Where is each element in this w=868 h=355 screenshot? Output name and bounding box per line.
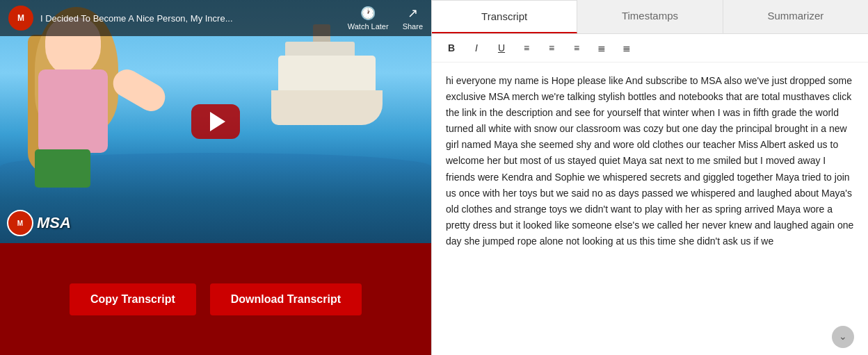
video-player[interactable]: M MSA M I Decided To Become A Nice Perso… bbox=[0, 0, 431, 243]
left-panel: M MSA M I Decided To Become A Nice Perso… bbox=[0, 0, 431, 355]
underline-icon: U bbox=[498, 42, 505, 53]
align-center-button[interactable]: ≡ bbox=[540, 38, 563, 58]
channel-avatar: M bbox=[8, 6, 33, 31]
play-triangle-icon bbox=[210, 112, 225, 131]
share-icon: ↗ bbox=[408, 6, 418, 21]
align-center-icon: ≡ bbox=[549, 42, 554, 53]
right-panel: Transcript Timestamps Summarizer B I U ≡… bbox=[431, 0, 868, 355]
align-right-icon: ≡ bbox=[574, 42, 579, 53]
list-ordered-button[interactable]: ≣ bbox=[616, 38, 638, 58]
scroll-to-bottom-button[interactable]: ⌄ bbox=[832, 326, 854, 348]
tab-transcript[interactable]: Transcript bbox=[432, 0, 577, 33]
share-label: Share bbox=[403, 22, 423, 31]
clock-icon: 🕐 bbox=[360, 6, 376, 21]
tabs-row: Transcript Timestamps Summarizer bbox=[432, 0, 868, 34]
italic-button[interactable]: I bbox=[465, 38, 488, 58]
tab-summarizer[interactable]: Summarizer bbox=[723, 0, 868, 33]
watch-later-label: Watch Later bbox=[348, 22, 389, 31]
download-transcript-button[interactable]: Download Transcript bbox=[210, 283, 362, 315]
chevron-down-icon: ⌄ bbox=[839, 329, 847, 345]
play-button[interactable] bbox=[191, 104, 240, 139]
share-button[interactable]: ↗ Share bbox=[403, 6, 423, 31]
watch-later-button[interactable]: 🕐 Watch Later bbox=[348, 6, 389, 31]
align-right-button[interactable]: ≡ bbox=[565, 38, 588, 58]
video-actions: 🕐 Watch Later ↗ Share bbox=[348, 6, 423, 31]
align-left-icon: ≡ bbox=[524, 42, 529, 53]
bottom-buttons: Copy Transcript Download Transcript bbox=[0, 243, 431, 355]
list-ordered-icon: ≣ bbox=[622, 42, 631, 53]
align-left-button[interactable]: ≡ bbox=[515, 38, 538, 58]
msa-logo-circle: M bbox=[7, 210, 33, 236]
transcript-content: hi everyone my name is Hope please like … bbox=[446, 75, 853, 247]
transcript-text-area[interactable]: hi everyone my name is Hope please like … bbox=[432, 63, 868, 355]
list-unordered-button[interactable]: ≣ bbox=[590, 38, 613, 58]
tab-timestamps[interactable]: Timestamps bbox=[577, 0, 723, 33]
editor-toolbar: B I U ≡ ≡ ≡ ≣ ≣ bbox=[432, 34, 868, 63]
underline-button[interactable]: U bbox=[490, 38, 513, 58]
list-unordered-icon: ≣ bbox=[597, 42, 606, 53]
video-title-bar: M I Decided To Become A Nice Person, My … bbox=[0, 0, 431, 36]
bold-button[interactable]: B bbox=[440, 38, 463, 58]
msa-logo-text: MSA bbox=[37, 214, 71, 232]
msa-logo: M MSA bbox=[7, 210, 71, 236]
video-title: I Decided To Become A Nice Person, My In… bbox=[40, 13, 341, 24]
copy-transcript-button[interactable]: Copy Transcript bbox=[70, 283, 196, 315]
ship-decoration bbox=[264, 42, 389, 125]
